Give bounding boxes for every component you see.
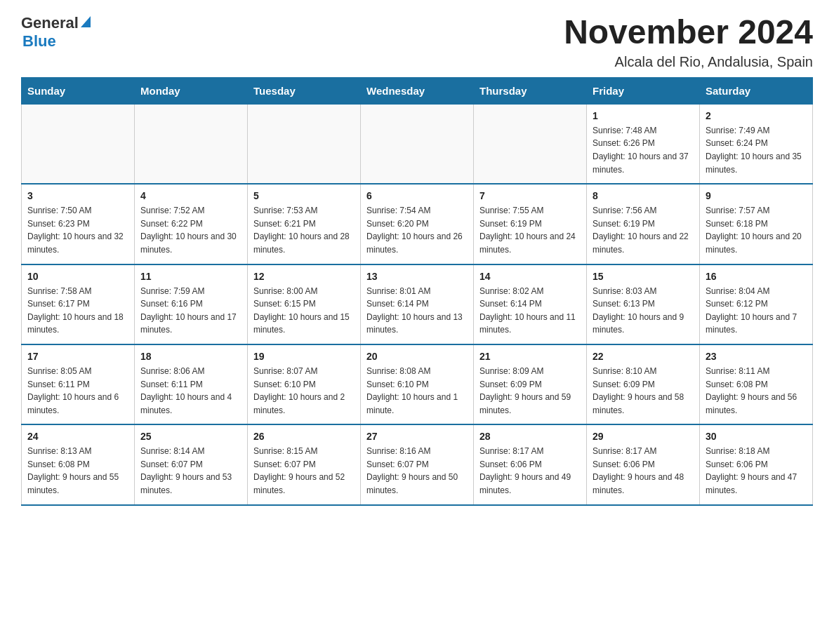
- calendar-day-cell: 15Sunrise: 8:03 AM Sunset: 6:13 PM Dayli…: [587, 264, 700, 344]
- day-number: 23: [706, 351, 807, 362]
- day-info: Sunrise: 8:01 AM Sunset: 6:14 PM Dayligh…: [366, 285, 468, 337]
- calendar-day-cell: 16Sunrise: 8:04 AM Sunset: 6:12 PM Dayli…: [700, 264, 813, 344]
- day-info: Sunrise: 7:52 AM Sunset: 6:22 PM Dayligh…: [140, 204, 241, 256]
- day-info: Sunrise: 8:03 AM Sunset: 6:13 PM Dayligh…: [593, 285, 694, 337]
- calendar-day-cell: 30Sunrise: 8:18 AM Sunset: 6:06 PM Dayli…: [700, 424, 813, 504]
- day-number: 27: [366, 431, 468, 442]
- calendar-day-cell: 18Sunrise: 8:06 AM Sunset: 6:11 PM Dayli…: [135, 344, 248, 424]
- calendar-day-cell: 20Sunrise: 8:08 AM Sunset: 6:10 PM Dayli…: [361, 344, 474, 424]
- calendar-day-cell: 26Sunrise: 8:15 AM Sunset: 6:07 PM Dayli…: [248, 424, 361, 504]
- day-number: 11: [140, 271, 241, 282]
- day-number: 8: [593, 190, 694, 201]
- calendar-header-saturday: Saturday: [700, 77, 813, 104]
- day-info: Sunrise: 8:06 AM Sunset: 6:11 PM Dayligh…: [140, 365, 241, 417]
- calendar-day-cell: 28Sunrise: 8:17 AM Sunset: 6:06 PM Dayli…: [474, 424, 587, 504]
- calendar-day-cell: 21Sunrise: 8:09 AM Sunset: 6:09 PM Dayli…: [474, 344, 587, 424]
- day-number: 3: [27, 190, 128, 201]
- day-info: Sunrise: 7:48 AM Sunset: 6:26 PM Dayligh…: [593, 124, 694, 176]
- calendar-day-cell: 14Sunrise: 8:02 AM Sunset: 6:14 PM Dayli…: [474, 264, 587, 344]
- calendar-day-cell: 2Sunrise: 7:49 AM Sunset: 6:24 PM Daylig…: [700, 104, 813, 184]
- day-info: Sunrise: 8:17 AM Sunset: 6:06 PM Dayligh…: [479, 445, 581, 497]
- logo-blue-text: Blue: [22, 32, 56, 51]
- calendar-header-row: SundayMondayTuesdayWednesdayThursdayFrid…: [22, 77, 813, 104]
- day-info: Sunrise: 8:14 AM Sunset: 6:07 PM Dayligh…: [140, 445, 241, 497]
- calendar-day-cell: 9Sunrise: 7:57 AM Sunset: 6:18 PM Daylig…: [700, 184, 813, 264]
- location-text: Alcala del Rio, Andalusia, Spain: [564, 54, 813, 70]
- day-number: 9: [706, 190, 807, 201]
- calendar-day-cell: 7Sunrise: 7:55 AM Sunset: 6:19 PM Daylig…: [474, 184, 587, 264]
- day-number: 4: [140, 190, 241, 201]
- day-info: Sunrise: 8:17 AM Sunset: 6:06 PM Dayligh…: [593, 445, 694, 497]
- calendar-day-cell: 29Sunrise: 8:17 AM Sunset: 6:06 PM Dayli…: [587, 424, 700, 504]
- day-info: Sunrise: 8:04 AM Sunset: 6:12 PM Dayligh…: [706, 285, 807, 337]
- day-info: Sunrise: 7:53 AM Sunset: 6:21 PM Dayligh…: [253, 204, 355, 256]
- day-number: 24: [27, 431, 128, 442]
- calendar-day-cell: 10Sunrise: 7:58 AM Sunset: 6:17 PM Dayli…: [22, 264, 135, 344]
- day-info: Sunrise: 7:58 AM Sunset: 6:17 PM Dayligh…: [27, 285, 128, 337]
- day-number: 20: [366, 351, 468, 362]
- day-info: Sunrise: 8:00 AM Sunset: 6:15 PM Dayligh…: [253, 285, 355, 337]
- day-info: Sunrise: 8:13 AM Sunset: 6:08 PM Dayligh…: [27, 445, 128, 497]
- day-info: Sunrise: 8:09 AM Sunset: 6:09 PM Dayligh…: [479, 365, 581, 417]
- calendar-day-cell: [361, 104, 474, 184]
- calendar-day-cell: 25Sunrise: 8:14 AM Sunset: 6:07 PM Dayli…: [135, 424, 248, 504]
- calendar-day-cell: 22Sunrise: 8:10 AM Sunset: 6:09 PM Dayli…: [587, 344, 700, 424]
- calendar-header-sunday: Sunday: [22, 77, 135, 104]
- day-number: 22: [593, 351, 694, 362]
- calendar-day-cell: 5Sunrise: 7:53 AM Sunset: 6:21 PM Daylig…: [248, 184, 361, 264]
- day-number: 6: [366, 190, 468, 201]
- calendar-day-cell: 3Sunrise: 7:50 AM Sunset: 6:23 PM Daylig…: [22, 184, 135, 264]
- day-number: 5: [253, 190, 355, 201]
- calendar-week-row: 1Sunrise: 7:48 AM Sunset: 6:26 PM Daylig…: [22, 104, 813, 184]
- calendar-day-cell: 24Sunrise: 8:13 AM Sunset: 6:08 PM Dayli…: [22, 424, 135, 504]
- calendar-header-friday: Friday: [587, 77, 700, 104]
- calendar-week-row: 24Sunrise: 8:13 AM Sunset: 6:08 PM Dayli…: [22, 424, 813, 504]
- calendar-day-cell: 6Sunrise: 7:54 AM Sunset: 6:20 PM Daylig…: [361, 184, 474, 264]
- logo-general-text: General: [21, 14, 79, 32]
- day-info: Sunrise: 8:02 AM Sunset: 6:14 PM Dayligh…: [479, 285, 581, 337]
- day-number: 30: [706, 431, 807, 442]
- day-info: Sunrise: 8:07 AM Sunset: 6:10 PM Dayligh…: [253, 365, 355, 417]
- day-info: Sunrise: 8:16 AM Sunset: 6:07 PM Dayligh…: [366, 445, 468, 497]
- day-number: 26: [253, 431, 355, 442]
- calendar-header-thursday: Thursday: [474, 77, 587, 104]
- day-number: 17: [27, 351, 128, 362]
- calendar-day-cell: [248, 104, 361, 184]
- month-title: November 2024: [564, 14, 813, 51]
- calendar-day-cell: 12Sunrise: 8:00 AM Sunset: 6:15 PM Dayli…: [248, 264, 361, 344]
- day-info: Sunrise: 8:15 AM Sunset: 6:07 PM Dayligh…: [253, 445, 355, 497]
- calendar-week-row: 10Sunrise: 7:58 AM Sunset: 6:17 PM Dayli…: [22, 264, 813, 344]
- calendar-day-cell: [474, 104, 587, 184]
- calendar-day-cell: 11Sunrise: 7:59 AM Sunset: 6:16 PM Dayli…: [135, 264, 248, 344]
- calendar-header-monday: Monday: [135, 77, 248, 104]
- calendar-day-cell: 27Sunrise: 8:16 AM Sunset: 6:07 PM Dayli…: [361, 424, 474, 504]
- day-number: 15: [593, 271, 694, 282]
- day-info: Sunrise: 8:10 AM Sunset: 6:09 PM Dayligh…: [593, 365, 694, 417]
- day-number: 7: [479, 190, 581, 201]
- day-number: 21: [479, 351, 581, 362]
- day-number: 19: [253, 351, 355, 362]
- day-number: 12: [253, 271, 355, 282]
- calendar-table: SundayMondayTuesdayWednesdayThursdayFrid…: [21, 77, 813, 506]
- day-info: Sunrise: 8:11 AM Sunset: 6:08 PM Dayligh…: [706, 365, 807, 417]
- day-info: Sunrise: 8:18 AM Sunset: 6:06 PM Dayligh…: [706, 445, 807, 497]
- calendar-day-cell: 19Sunrise: 8:07 AM Sunset: 6:10 PM Dayli…: [248, 344, 361, 424]
- day-info: Sunrise: 7:59 AM Sunset: 6:16 PM Dayligh…: [140, 285, 241, 337]
- calendar-header-wednesday: Wednesday: [361, 77, 474, 104]
- calendar-day-cell: 8Sunrise: 7:56 AM Sunset: 6:19 PM Daylig…: [587, 184, 700, 264]
- day-number: 25: [140, 431, 241, 442]
- day-info: Sunrise: 7:54 AM Sunset: 6:20 PM Dayligh…: [366, 204, 468, 256]
- day-number: 29: [593, 431, 694, 442]
- day-number: 16: [706, 271, 807, 282]
- day-number: 18: [140, 351, 241, 362]
- page-header: General Blue November 2024 Alcala del Ri…: [21, 14, 813, 70]
- day-number: 14: [479, 271, 581, 282]
- day-number: 10: [27, 271, 128, 282]
- title-section: November 2024 Alcala del Rio, Andalusia,…: [564, 14, 813, 70]
- day-info: Sunrise: 8:05 AM Sunset: 6:11 PM Dayligh…: [27, 365, 128, 417]
- day-info: Sunrise: 8:08 AM Sunset: 6:10 PM Dayligh…: [366, 365, 468, 417]
- day-info: Sunrise: 7:55 AM Sunset: 6:19 PM Dayligh…: [479, 204, 581, 256]
- calendar-day-cell: 23Sunrise: 8:11 AM Sunset: 6:08 PM Dayli…: [700, 344, 813, 424]
- day-number: 28: [479, 431, 581, 442]
- calendar-day-cell: [135, 104, 248, 184]
